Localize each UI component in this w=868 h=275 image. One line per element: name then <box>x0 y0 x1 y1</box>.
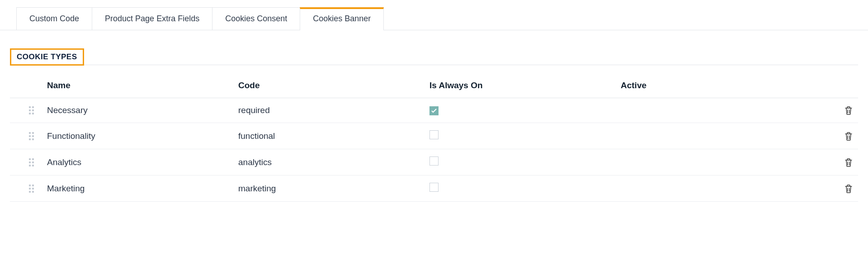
tab-custom-code[interactable]: Custom Code <box>16 7 92 30</box>
section-header: COOKIE TYPES <box>10 48 858 65</box>
col-name: Name <box>47 81 238 90</box>
table-row: Functionality functional <box>10 123 858 149</box>
delete-icon[interactable] <box>844 158 853 167</box>
drag-handle-icon[interactable] <box>29 185 34 193</box>
section-title: COOKIE TYPES <box>10 48 84 66</box>
cell-code: marketing <box>238 184 429 194</box>
table-row: Marketing marketing <box>10 175 858 202</box>
tab-product-page-extra-fields[interactable]: Product Page Extra Fields <box>92 7 212 30</box>
cell-code: functional <box>238 131 429 141</box>
always-on-checkbox[interactable] <box>429 130 439 139</box>
tab-cookies-consent[interactable]: Cookies Consent <box>212 7 300 30</box>
always-on-checkbox[interactable] <box>429 156 439 166</box>
always-on-checkbox[interactable] <box>429 183 439 192</box>
cookie-types-section: COOKIE TYPES Name Code Is Always On Acti… <box>0 30 868 202</box>
table-row: Analytics analytics <box>10 149 858 175</box>
cell-name: Necessary <box>47 105 238 115</box>
cell-name: Functionality <box>47 131 238 141</box>
table-row: Necessary required <box>10 98 858 123</box>
always-on-checkbox[interactable] <box>429 106 439 115</box>
tab-bar: Custom Code Product Page Extra Fields Co… <box>0 0 868 30</box>
delete-icon[interactable] <box>844 132 853 141</box>
cell-name: Marketing <box>47 184 238 194</box>
cookie-types-table: Name Code Is Always On Active Necessary … <box>10 73 858 202</box>
delete-icon[interactable] <box>844 184 853 193</box>
cell-code: analytics <box>238 157 429 167</box>
drag-handle-icon[interactable] <box>29 132 34 140</box>
table-header: Name Code Is Always On Active <box>10 73 858 98</box>
tab-cookies-banner[interactable]: Cookies Banner <box>300 7 384 30</box>
drag-handle-icon[interactable] <box>29 158 34 166</box>
col-active: Active <box>621 81 812 90</box>
col-always-on: Is Always On <box>429 81 621 90</box>
cell-code: required <box>238 105 429 115</box>
delete-icon[interactable] <box>844 106 853 115</box>
cell-name: Analytics <box>47 157 238 167</box>
drag-handle-icon[interactable] <box>29 106 34 114</box>
col-code: Code <box>238 81 429 90</box>
